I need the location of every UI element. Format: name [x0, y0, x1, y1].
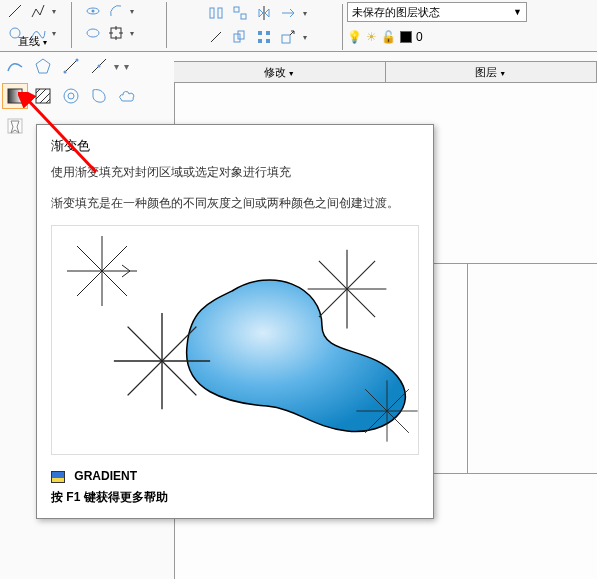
- svg-point-23: [64, 71, 67, 74]
- dropdown-arrow-icon[interactable]: ▾: [124, 53, 132, 79]
- copy-align-icon[interactable]: [229, 2, 251, 24]
- svg-line-40: [122, 265, 130, 271]
- command-icon: [51, 471, 65, 483]
- line-diag-tool-icon[interactable]: [58, 53, 84, 79]
- tab-modify[interactable]: 修改▼: [174, 62, 386, 82]
- color-swatch[interactable]: [400, 31, 412, 43]
- svg-rect-14: [234, 34, 240, 42]
- layer-props-row: 💡 ☀ 🔓 0: [347, 26, 423, 48]
- layer-state-dropdown[interactable]: 未保存的图层状态 ▼: [347, 2, 527, 22]
- svg-line-0: [9, 5, 21, 17]
- lightbulb-icon[interactable]: 💡: [347, 30, 362, 44]
- brush-icon[interactable]: [205, 26, 227, 48]
- svg-point-4: [87, 29, 99, 37]
- dropdown-arrow-icon[interactable]: ▾: [50, 0, 58, 22]
- svg-marker-21: [36, 59, 50, 73]
- svg-rect-19: [266, 39, 270, 43]
- trim-icon[interactable]: [277, 2, 299, 24]
- svg-line-41: [122, 271, 130, 277]
- polyline-tool-icon[interactable]: [27, 0, 49, 22]
- svg-line-22: [65, 60, 77, 72]
- polygon-tool-icon[interactable]: [30, 53, 56, 79]
- align-dist-icon[interactable]: [205, 2, 227, 24]
- sun-icon[interactable]: ☀: [366, 30, 377, 44]
- cloud-tool-icon[interactable]: [114, 83, 140, 109]
- top-toolbar: ▾ ▾ 直线 ▾ ▾ ▾ 移动 ▾ ▾: [0, 0, 597, 52]
- svg-line-31: [40, 93, 50, 103]
- svg-point-33: [64, 89, 78, 103]
- tooltip-preview-image: [51, 225, 419, 455]
- dropdown-arrow-icon[interactable]: ▾: [114, 53, 122, 79]
- ellipse-tool-icon[interactable]: [82, 22, 104, 44]
- dropdown-arrow-icon[interactable]: ▾: [128, 22, 136, 44]
- dropdown-arrow-icon[interactable]: ▾: [128, 0, 136, 22]
- copy-prop-icon[interactable]: [229, 26, 251, 48]
- svg-point-26: [98, 65, 101, 68]
- svg-line-29: [36, 89, 40, 93]
- tooltip-command: GRADIENT: [74, 469, 137, 483]
- array-icon[interactable]: [253, 26, 275, 48]
- group-label-line: 直线: [18, 35, 40, 47]
- gradient-tool-icon[interactable]: [2, 83, 28, 109]
- tooltip-description: 使用渐变填充对封闭区域或选定对象进行填充: [51, 163, 419, 182]
- tooltip-detail: 渐变填充是在一种颜色的不同灰度之间或两种颜色之间创建过渡。: [51, 194, 419, 213]
- svg-point-3: [92, 10, 95, 13]
- svg-rect-18: [258, 39, 262, 43]
- dropdown-arrow-icon[interactable]: ▾: [301, 26, 309, 48]
- svg-rect-27: [8, 89, 22, 103]
- curve-tool-icon[interactable]: [2, 53, 28, 79]
- svg-rect-12: [234, 7, 239, 12]
- tooltip-help-hint: 按 F1 键获得更多帮助: [51, 489, 419, 506]
- scale-icon[interactable]: [277, 26, 299, 48]
- pin-icon[interactable]: [2, 114, 28, 140]
- svg-line-30: [36, 89, 46, 99]
- hatch-tool-icon[interactable]: [30, 83, 56, 109]
- chevron-down-icon: ▼: [513, 7, 522, 17]
- ring-tool-icon[interactable]: [58, 83, 84, 109]
- tab-layers[interactable]: 图层▼: [386, 62, 598, 82]
- svg-point-34: [68, 93, 74, 99]
- svg-rect-16: [258, 31, 262, 35]
- svg-rect-15: [238, 31, 244, 39]
- region-tool-icon[interactable]: [86, 83, 112, 109]
- svg-point-24: [76, 59, 79, 62]
- svg-rect-10: [210, 8, 214, 18]
- mirror-icon[interactable]: [253, 2, 275, 24]
- arc-tool-icon[interactable]: [105, 0, 127, 22]
- rect-bound-tool-icon[interactable]: [105, 22, 127, 44]
- layer-name: 0: [416, 30, 423, 44]
- layer-state-text: 未保存的图层状态: [352, 5, 440, 20]
- svg-rect-17: [266, 31, 270, 35]
- dropdown-arrow-icon[interactable]: ▾: [301, 2, 309, 24]
- svg-rect-11: [218, 8, 222, 18]
- tooltip-title: 渐变色: [51, 137, 419, 155]
- svg-line-32: [46, 99, 50, 103]
- svg-rect-20: [282, 35, 290, 43]
- eye-tool-icon[interactable]: [82, 0, 104, 22]
- lock-icon[interactable]: 🔓: [381, 30, 396, 44]
- svg-rect-13: [241, 14, 246, 19]
- ray-tool-icon[interactable]: [86, 53, 112, 79]
- ribbon-tabs: 修改▼ 图层▼: [174, 61, 597, 83]
- line-tool-icon[interactable]: [4, 0, 26, 22]
- tool-tooltip: 渐变色 使用渐变填充对封闭区域或选定对象进行填充 渐变填充是在一种颜色的不同灰度…: [36, 124, 434, 519]
